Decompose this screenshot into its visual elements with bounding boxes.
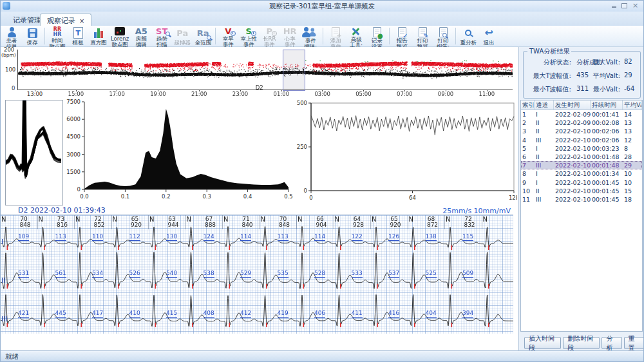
beat-rr-value: 852 xyxy=(86,222,112,228)
trend-x-tick-label: 15:00 xyxy=(68,91,84,97)
t-wave-value: 122 xyxy=(352,234,363,241)
trend-selection-box[interactable] xyxy=(283,50,305,91)
column-header[interactable]: 通道 xyxy=(535,100,554,110)
column-header[interactable]: 发生时间 xyxy=(554,100,591,110)
beat-template-box[interactable] xyxy=(5,100,63,205)
trend-ymin-label: 0 xyxy=(12,85,15,91)
ecg-strip-area[interactable]: N70848N73816N72852N65920N63944N67888N718… xyxy=(0,214,513,334)
analyze-button[interactable]: 分析 xyxy=(601,337,621,349)
toolbar-event-edit[interactable]: 事件 编辑· xyxy=(300,26,321,46)
page-icon: ● xyxy=(368,27,385,37)
toolbar-histogram[interactable]: 直方图 xyxy=(88,26,109,46)
t-wave-value: 561 xyxy=(55,271,66,278)
toolbar-label: 室上性 事件 xyxy=(240,36,257,48)
table-row[interactable]: 1I2022-02-09 17:...00:01:4114 xyxy=(521,110,642,119)
toolbar-save[interactable]: 保存 xyxy=(22,26,43,46)
toolbar-report-preview[interactable]: ✓报告 预览 xyxy=(392,26,412,46)
toolbar-reanalyze[interactable]: 重分析 xyxy=(458,26,478,46)
table-row[interactable]: 5I2022-02-10 00:...00:03:238 xyxy=(521,144,642,153)
delete-interval-button[interactable]: 删除时间段 xyxy=(563,337,600,349)
toolbar-long-rr-event: P长RR 事件 xyxy=(259,26,279,46)
tab-observe-record[interactable]: 观察记录× xyxy=(40,14,91,26)
twa-svg: 5002500064128 xyxy=(294,98,517,207)
undo-icon: ↩ xyxy=(480,27,497,39)
groupbox-title: TWA分析结果 xyxy=(527,47,571,56)
hr-trend-chart[interactable]: 200 (bpm) 100 0 13:0015:0017:0019:0021:0… xyxy=(1,48,516,97)
people-glyph xyxy=(302,27,319,37)
field-value: 29 xyxy=(624,71,632,79)
toolbar-record-settings[interactable]: ●记录 设置 xyxy=(366,26,387,46)
column-header[interactable]: 平均Valt xyxy=(623,100,642,110)
lead-label-II: II xyxy=(1,276,6,285)
table-row[interactable]: 4III2022-02-10 00:...00:02:0612 xyxy=(521,136,642,144)
page-mark: ✎ xyxy=(423,33,428,39)
trend-x-tick xyxy=(240,90,241,91)
rr-histogram-chart[interactable]: 7500600045003000150000.00.10.20.30.40.5 xyxy=(63,98,293,207)
window-title: 观察记录-301室早组-室早单源频发 xyxy=(0,2,644,11)
table-row[interactable]: 7III2022-02-10 01:...00:01:4829 xyxy=(521,161,642,169)
beat-rr-value: 816 xyxy=(50,222,75,228)
table-row[interactable]: 10II2022-02-10 09:...00:01:4515 xyxy=(521,187,642,195)
table-cell: 13 xyxy=(623,119,642,126)
trend-x-tick-label: 09:00 xyxy=(438,91,454,97)
trend-plot-area[interactable] xyxy=(17,50,513,90)
t-wave-value: 113 xyxy=(55,234,66,241)
restore-button[interactable] xyxy=(620,3,629,9)
trend-x-tick xyxy=(35,90,35,91)
twa-trend-chart[interactable]: 5002500064128 xyxy=(294,98,517,207)
toolbar-full-range[interactable]: Ra全范围 xyxy=(193,26,213,46)
tools-glyph xyxy=(351,27,361,36)
lorenz-glyph xyxy=(115,27,125,35)
lead-label-III: III xyxy=(1,315,8,323)
table-cell: 10 xyxy=(623,170,642,177)
t-wave-value: 509 xyxy=(462,271,473,278)
table-row[interactable]: 11III2022-02-10 09:...00:01:4518 xyxy=(521,195,642,204)
table-row[interactable]: 9I2022-02-10 09:...00:01:4510 xyxy=(521,178,642,187)
t-wave-value: 124 xyxy=(204,234,214,241)
page-glyph xyxy=(439,27,448,37)
field-label: 分析状态: xyxy=(525,58,571,67)
trend-x-tick xyxy=(446,90,446,91)
beat-rr-value: 888 xyxy=(198,222,223,228)
table-cell: 15 xyxy=(623,187,642,195)
close-button[interactable]: × xyxy=(631,3,639,9)
twa-events-table[interactable]: 索引通道发生时间持续时间平均Valt1I2022-02-09 17:...00:… xyxy=(520,100,643,332)
column-header[interactable]: 持续时间 xyxy=(591,100,623,110)
table-row[interactable]: 2II2022-02-09 23:...00:02:0813 xyxy=(521,119,642,127)
t-wave-value: 417 xyxy=(92,310,103,318)
toolbar-sv-event[interactable]: S室上性 事件 xyxy=(238,26,259,46)
trend-x-tick xyxy=(76,90,77,91)
toolbar-add-event: +添加 事件 xyxy=(325,26,346,46)
column-header[interactable]: 索引 xyxy=(521,100,535,110)
beat-label: N xyxy=(335,216,339,223)
person-glyph xyxy=(8,27,16,37)
table-row[interactable]: 6II2022-02-10 01:...00:01:4828 xyxy=(521,153,642,161)
reset-button[interactable]: 重置 xyxy=(624,337,644,349)
toolbar-patient-info[interactable]: 患者 信息 xyxy=(1,26,22,46)
minimize-button[interactable] xyxy=(610,3,618,9)
toolbar-lorenz-scatter[interactable]: Lorenz 散点图 xyxy=(109,26,131,46)
toolbar-print-preview[interactable]: ✎打印 预览 xyxy=(412,26,433,46)
hr-scatter-canvas[interactable] xyxy=(18,50,513,90)
letters-icon: ST xyxy=(153,27,170,35)
table-row[interactable]: 3II2022-02-10 00:...00:02:0613 xyxy=(521,127,642,135)
page-glyph: + xyxy=(332,27,340,37)
toolbar-v-event[interactable]: V室早 事件 xyxy=(218,26,238,46)
toolbar-adv-tools[interactable]: 高级 工具· xyxy=(346,26,366,46)
t-wave-value: 114 xyxy=(314,234,325,241)
toolbar-trend-scan[interactable]: ST趋势 扫描 xyxy=(151,26,172,46)
clock-badge xyxy=(231,31,236,36)
toolbar-afib-edit[interactable]: A5房颤 编辑 xyxy=(131,26,151,46)
table-row[interactable]: 8I2022-02-10 08:...00:01:3410 xyxy=(521,169,642,178)
table-cell: 00:02:06 xyxy=(591,128,623,135)
toolbar-template[interactable]: 模板 xyxy=(68,26,88,46)
table-cell: 00:02:08 xyxy=(591,119,623,126)
toolbar-print-report[interactable]: 打印 报告· xyxy=(433,26,453,46)
toolbar-exit[interactable]: ↩退出 xyxy=(478,26,499,46)
table-cell: 00:01:45 xyxy=(591,179,623,186)
insert-interval-button[interactable]: 插入时间段 xyxy=(524,337,561,349)
beat-cell-separator xyxy=(0,215,1,229)
tab-close-icon[interactable]: × xyxy=(79,17,84,24)
letters-icon: A5 xyxy=(133,27,149,35)
toolbar-time-scatter[interactable]: RRHR时间 散点图 xyxy=(47,26,68,46)
